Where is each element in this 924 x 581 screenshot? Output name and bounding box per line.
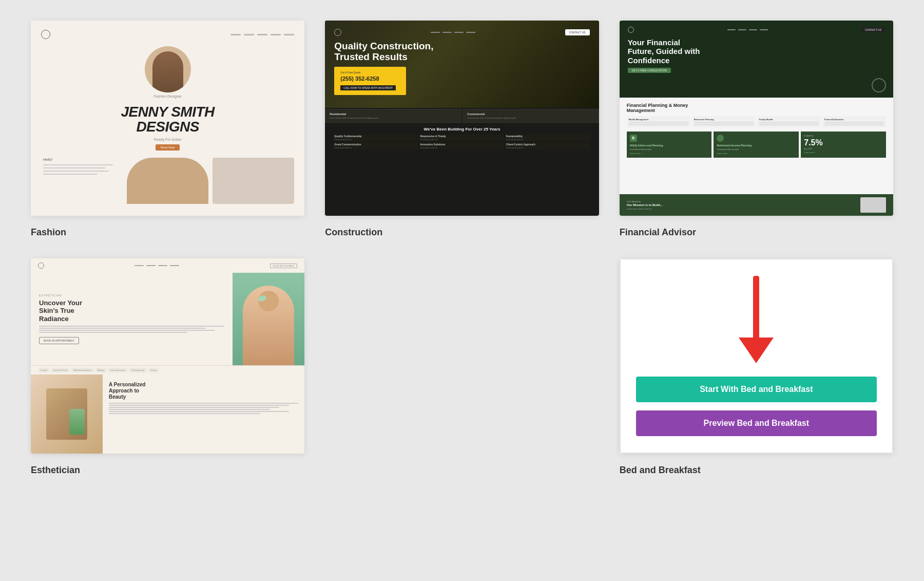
desc-line	[43, 167, 105, 168]
nav-link	[257, 34, 267, 35]
financial-thumbnail[interactable]: CONTACT US Your FinancialFuture, Guided …	[620, 21, 893, 216]
card-title: Retirement Income Planning	[717, 144, 796, 147]
feature-text: Lorem ipsum dolor sit	[506, 139, 590, 141]
financial-bottom-section: OUR MISSION Our Mission is to Build... L…	[620, 194, 893, 216]
fashion-label: Fashion	[31, 227, 304, 238]
quote-label: Get A Free Quote	[340, 71, 400, 74]
apy-value: 7.5%	[804, 138, 883, 147]
service-line	[694, 124, 754, 125]
construction-preview: CONTACT US Quality Construction,Trusted …	[325, 21, 599, 216]
construction-thumbnail[interactable]: CONTACT US Quality Construction,Trusted …	[325, 21, 599, 216]
fashion-logo-icon	[41, 30, 50, 39]
service-education: Financial Education	[822, 116, 886, 127]
financial-nav: CONTACT US	[628, 27, 885, 33]
fashion-nav	[41, 30, 294, 39]
fashion-tagline: Ready For Action	[154, 138, 182, 141]
bnb-thumbnail[interactable]: Start With Bed and Breakfast Preview Bed…	[620, 258, 893, 454]
start-with-bnb-button[interactable]: Start With Bed and Breakfast	[636, 377, 877, 402]
esth-bottom-desc	[109, 403, 298, 414]
construction-features: Quality Craftsmanship Lorem ipsum dolor …	[325, 135, 599, 154]
construction-label: Construction	[325, 227, 599, 238]
service-retirement: Retirement Planning	[692, 116, 756, 127]
desc-line	[39, 328, 206, 329]
esth-hero-text: ESTHETICIAN Uncover YourSkin's TrueRadia…	[31, 273, 233, 365]
fashion-preview: Fashion Designer JENNY SMITHDESIGNS Read…	[31, 21, 304, 216]
fashion-title-text: JENNY SMITHDESIGNS	[121, 104, 215, 135]
apy-subtitle: Avg. APY	[804, 147, 883, 150]
card-text: Lorem ipsum dolor sit amet	[717, 148, 796, 151]
financial-circle-decoration	[872, 78, 886, 92]
bnb-arrow	[739, 276, 774, 363]
construction-nav-links	[431, 32, 475, 33]
feature-title: Responsive & Timely	[420, 135, 504, 138]
financial-contact-btn: CONTACT US	[861, 27, 885, 32]
financial-cards-grid: B 401(k) Advice and Planning Lorem ipsum…	[627, 132, 886, 158]
feature-title: Innovative Solutions	[420, 143, 504, 146]
desc-line	[109, 403, 298, 404]
person-silhouette	[152, 51, 183, 92]
arrow-head	[739, 338, 774, 363]
bnb-label: Bed and Breakfast	[620, 465, 893, 476]
esthetician-label: Esthetician	[31, 465, 304, 476]
fashion-hero-circle	[145, 46, 191, 92]
card-link: Learn more ›	[717, 152, 796, 155]
financial-hero-title: Your FinancialFuture, Guided withConfide…	[628, 38, 885, 65]
feature-title: Great Communication	[334, 143, 418, 146]
service-text: Lorem ipsum dolor sit amet consectetur a…	[467, 117, 594, 119]
financial-services-grid: Wealth Management Retirement Planning	[627, 116, 886, 127]
mission-img	[860, 197, 886, 213]
desc-line	[109, 411, 289, 412]
feature-text: Lorem ipsum dolor sit	[506, 147, 590, 149]
card-bed-and-breakfast[interactable]: Start With Bed and Breakfast Preview Bed…	[620, 258, 893, 476]
fashion-img1	[127, 158, 208, 204]
esth-bottom-text: A PersonalizedApproach toBeauty	[103, 374, 304, 454]
service-line	[629, 122, 688, 123]
financial-nav-links	[727, 29, 768, 30]
desc-line	[109, 405, 289, 406]
nav-link	[170, 265, 179, 266]
mission-title: Our Mission is to Build...	[627, 203, 857, 207]
service-line	[824, 124, 884, 125]
fashion-bottom-images: Hello!	[41, 158, 294, 204]
financial-preview: CONTACT US Your FinancialFuture, Guided …	[620, 21, 893, 216]
fashion-thumbnail[interactable]: Fashion Designer JENNY SMITHDESIGNS Read…	[31, 21, 304, 216]
card-construction[interactable]: CONTACT US Quality Construction,Trusted …	[325, 21, 599, 238]
tag: Lash Extensions	[108, 368, 128, 372]
esth-bottom-image	[31, 374, 103, 454]
construction-headline: Quality Construction,Trusted Results	[334, 41, 433, 63]
desc-line	[109, 409, 270, 410]
nav-link	[146, 265, 156, 266]
feature-title: Client-Centric Approach	[506, 143, 590, 146]
card-esthetician[interactable]: BOOK APPOINTMENT ESTHETICIAN Uncover You…	[31, 258, 304, 476]
card-fashion[interactable]: Fashion Designer JENNY SMITHDESIGNS Read…	[31, 21, 304, 238]
construction-nav: CONTACT US	[334, 29, 589, 36]
nav-link	[727, 29, 736, 30]
esth-title: Uncover YourSkin's TrueRadiance	[39, 299, 224, 323]
construction-logo	[334, 29, 341, 36]
esthetician-preview: BOOK APPOINTMENT ESTHETICIAN Uncover You…	[31, 258, 304, 454]
esth-tags: Facials Chemical Peels Microdermabrasion…	[31, 365, 304, 374]
card-financial-advisor[interactable]: CONTACT US Your FinancialFuture, Guided …	[620, 21, 893, 238]
service-line	[759, 122, 819, 123]
tag: Dermaplaning	[129, 368, 147, 372]
financial-advisor-label: Financial Advisor	[620, 227, 893, 238]
nav-link	[738, 29, 746, 30]
service-name: Family Wealth	[759, 118, 819, 121]
tag: Waxing	[95, 368, 107, 372]
construction-quote-box: Get A Free Quote (255) 352-6258 CALL NOW…	[334, 67, 406, 95]
service-name: Retirement Planning	[694, 118, 754, 121]
nav-link	[760, 29, 768, 30]
financial-hero: CONTACT US Your FinancialFuture, Guided …	[620, 21, 893, 98]
feature-text: Lorem ipsum dolor sit	[420, 139, 504, 141]
preview-bnb-button[interactable]: Preview Bed and Breakfast	[636, 410, 877, 436]
card-title: 401(k) Advice and Planning	[630, 144, 709, 147]
service-family: Family Wealth	[757, 116, 821, 127]
service-line	[824, 122, 884, 123]
esth-hero-image	[233, 273, 304, 365]
service-line	[824, 123, 884, 124]
service-title: Commercial	[467, 113, 594, 116]
esth-logo	[38, 263, 44, 269]
esth-nav-links	[134, 265, 179, 266]
service-text: Lorem ipsum dolor sit amet consectetur a…	[330, 117, 457, 119]
esthetician-thumbnail[interactable]: BOOK APPOINTMENT ESTHETICIAN Uncover You…	[31, 258, 304, 454]
